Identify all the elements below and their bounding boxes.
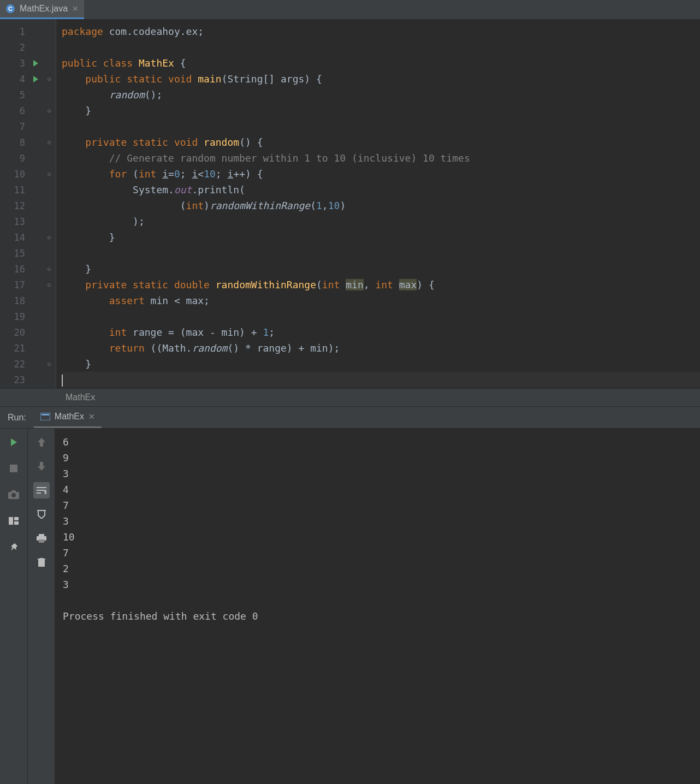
gutter-row[interactable]: 13 [0,213,56,229]
fold-toggle[interactable]: ⊖ [44,265,55,273]
code-line[interactable] [62,118,700,134]
close-icon[interactable]: ✕ [88,412,95,421]
gutter-row[interactable]: 20 [0,324,56,340]
printer-icon [37,534,46,543]
gutter-row[interactable]: 11 [0,182,56,198]
stop-button[interactable] [5,460,22,477]
run-gutter-icon[interactable] [27,60,44,67]
gutter-row[interactable]: 8⊖ [0,134,56,150]
line-number: 23 [0,375,27,385]
line-number: 5 [0,90,27,100]
gutter-row[interactable]: 5 [0,87,56,103]
code-line[interactable]: } [62,356,700,372]
line-number: 21 [0,343,27,354]
up-button[interactable] [33,434,50,450]
clear-button[interactable] [33,554,50,571]
svg-rect-15 [38,560,45,567]
gutter-row[interactable]: 12 [0,198,56,213]
line-number: 1 [0,26,27,37]
fold-toggle[interactable]: ⊖ [44,139,55,146]
print-button[interactable] [33,530,50,547]
code-line[interactable]: (int)randomWithinRange(1,10) [62,198,700,213]
fold-toggle[interactable]: ⊖ [44,107,55,115]
dump-threads-button[interactable] [5,486,22,503]
code-line[interactable]: private static double randomWithinRange(… [62,277,700,293]
code-line[interactable] [62,372,700,388]
svg-rect-9 [14,517,19,520]
code-area[interactable]: package com.codeahoy.ex;public class Mat… [56,19,700,388]
scroll-to-end-button[interactable] [33,506,50,522]
code-line[interactable]: random(); [62,87,700,103]
down-button[interactable] [33,458,50,474]
gutter-row[interactable]: 4⊖ [0,71,56,87]
code-line[interactable]: public static void main(String[] args) { [62,71,700,87]
svg-rect-8 [9,517,13,525]
gutter-row[interactable]: 15 [0,245,56,261]
trash-icon [38,558,45,567]
line-number: 2 [0,42,27,53]
code-line[interactable] [62,39,700,55]
soft-wrap-button[interactable] [33,482,50,498]
gutter-row[interactable]: 18 [0,293,56,308]
editor-tab-mathex[interactable]: C MathEx.java ✕ [0,0,84,19]
layout-button[interactable] [5,513,22,529]
fold-toggle[interactable]: ⊖ [44,281,55,289]
code-editor[interactable]: 1234⊖56⊖78⊖910⊖11121314⊖1516⊖17⊖18192021… [0,19,700,388]
code-line[interactable]: } [62,261,700,277]
svg-rect-3 [41,414,49,415]
code-line[interactable] [62,308,700,324]
code-line[interactable]: package com.codeahoy.ex; [62,23,700,39]
code-line[interactable]: assert min < max; [62,293,700,308]
run-panel-header: Run: MathEx ✕ [0,407,700,429]
fold-toggle[interactable]: ⊖ [44,234,55,241]
gutter-row[interactable]: 6⊖ [0,103,56,118]
code-line[interactable]: System.out.println( [62,182,700,198]
line-number: 9 [0,153,27,164]
gutter-row[interactable]: 21 [0,340,56,356]
code-line[interactable] [62,245,700,261]
run-label: Run: [0,413,34,423]
gutter-row[interactable]: 7 [0,118,56,134]
editor-gutter[interactable]: 1234⊖56⊖78⊖910⊖11121314⊖1516⊖17⊖18192021… [0,19,56,388]
gutter-row[interactable]: 16⊖ [0,261,56,277]
svg-rect-10 [14,521,19,525]
run-gutter-icon[interactable] [27,76,44,82]
close-icon[interactable]: ✕ [72,4,79,13]
gutter-row[interactable]: 19 [0,308,56,324]
gutter-row[interactable]: 22⊖ [0,356,56,372]
gutter-row[interactable]: 17⊖ [0,277,56,293]
console-output[interactable]: 6 9 3 4 7 3 10 7 2 3 Process finished wi… [55,429,700,784]
line-number: 15 [0,248,27,259]
code-line[interactable]: // Generate random number within 1 to 10… [62,150,700,166]
gutter-row[interactable]: 9 [0,150,56,166]
code-line[interactable]: return ((Math.random() * range) + min); [62,340,700,356]
line-number: 3 [0,58,27,69]
rerun-button[interactable] [5,434,22,450]
line-number: 4 [0,74,27,85]
arrow-down-icon [38,462,45,471]
fold-toggle[interactable]: ⊖ [44,360,55,368]
run-config-tab[interactable]: MathEx ✕ [34,407,102,428]
gutter-row[interactable]: 10⊖ [0,166,56,182]
code-line[interactable]: } [62,229,700,245]
gutter-row[interactable]: 2 [0,39,56,55]
run-toolbar-left [0,429,28,784]
code-line[interactable]: } [62,103,700,118]
gutter-row[interactable]: 3 [0,55,56,71]
gutter-row[interactable]: 1 [0,23,56,39]
pin-button[interactable] [5,539,22,555]
svg-rect-17 [40,558,43,559]
fold-toggle[interactable]: ⊖ [44,170,55,178]
line-number: 18 [0,295,27,306]
code-line[interactable]: ); [62,213,700,229]
breadcrumb[interactable]: MathEx [0,388,700,407]
code-line[interactable]: public class MathEx { [62,55,700,71]
fold-toggle[interactable]: ⊖ [44,75,55,83]
code-line[interactable]: for (int i=0; i<10; i++) { [62,166,700,182]
gutter-row[interactable]: 23 [0,372,56,388]
code-line[interactable]: int range = (max - min) + 1; [62,324,700,340]
gutter-row[interactable]: 14⊖ [0,229,56,245]
code-line[interactable]: private static void random() { [62,134,700,150]
wrap-icon [37,486,46,494]
camera-icon [8,490,19,499]
